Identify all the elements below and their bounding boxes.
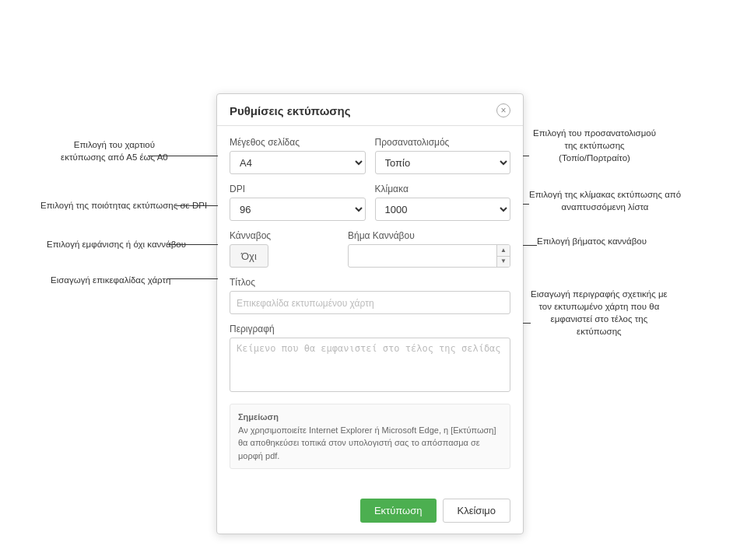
dialog-header: Ρυθμίσεις εκτύπωσης × (217, 94, 523, 126)
annotation-paper-size-line (148, 156, 218, 156)
annotation-orientation-line (523, 156, 529, 156)
annotation-description: Εισαγωγή περιγραφής σχετικής με τον εκτυ… (531, 288, 668, 338)
annotation-canvas-step: Επιλογή βήματος καννάβου (537, 235, 647, 247)
main-container: Ρυθμίσεις εκτύπωσης × Μέγεθος σελίδας Α4… (0, 0, 747, 560)
annotation-description-line (523, 323, 531, 324)
print-settings-dialog: Ρυθμίσεις εκτύπωσης × Μέγεθος σελίδας Α4… (216, 93, 524, 534)
annotation-canvas-line (167, 244, 218, 245)
annotation-title-line (167, 278, 218, 279)
page-size-select[interactable]: Α4 (230, 151, 366, 174)
step-arrows: ▲ ▼ (496, 245, 510, 267)
title-label: Τίτλος (230, 277, 510, 288)
scale-group: Κλίμακα 1000 (375, 184, 511, 221)
note-text: Αν χρησιμοποιείτε Internet Explorer ή Mi… (238, 425, 496, 460)
description-group: Περιγραφή (230, 324, 510, 394)
annotation-paper-size: Επιλογή του χαρτιού εκτύπωσης από Α5 έως… (61, 138, 168, 163)
scale-select[interactable]: 1000 (375, 198, 511, 221)
annotation-dpi-line (175, 205, 218, 206)
canvas-btn-group: Όχι (230, 244, 338, 268)
description-label: Περιγραφή (230, 324, 510, 334)
dpi-label: DPI (230, 184, 366, 194)
step-up-arrow[interactable]: ▲ (497, 245, 510, 257)
annotation-canvas-show: Επιλογή εμφάνισης ή όχι καννάβου (47, 238, 186, 250)
orientation-select[interactable]: Τοπίο (375, 151, 511, 174)
canvas-step-label: Βήμα Καννάβου (348, 230, 510, 241)
canvas-group: Κάνναβος Όχι (230, 230, 338, 268)
dpi-scale-row: DPI 96 Κλίμακα 1000 (230, 184, 510, 221)
orientation-group: Προσανατολισμός Τοπίο (375, 137, 511, 174)
description-textarea[interactable] (230, 338, 510, 392)
print-button[interactable]: Εκτύπωση (360, 499, 437, 523)
page-size-orientation-row: Μέγεθος σελίδας Α4 Προσανατολισμός Τοπίο (230, 137, 510, 174)
canvas-label: Κάνναβος (230, 230, 338, 241)
step-down-arrow[interactable]: ▼ (497, 257, 510, 268)
note-box: Σημείωση Αν χρησιμοποιείτε Internet Expl… (230, 404, 510, 469)
annotation-canvas-step-line (523, 245, 537, 246)
canvas-row: Κάνναβος Όχι Βήμα Καννάβου ▲ ▼ (230, 230, 510, 268)
canvas-step-input-wrap: ▲ ▼ (348, 244, 510, 268)
annotation-scale: Επιλογή της κλίμακας εκτύπωσης από αναπτ… (529, 188, 681, 213)
annotation-scale-line (523, 204, 529, 205)
title-group: Τίτλος (230, 277, 510, 314)
note-label: Σημείωση (238, 412, 279, 422)
close-button[interactable]: Κλείσιμο (443, 499, 511, 523)
annotation-title: Εισαγωγή επικεφαλίδας χάρτη (51, 274, 170, 286)
dialog-body: Μέγεθος σελίδας Α4 Προσανατολισμός Τοπίο… (217, 126, 523, 491)
canvas-step-group: Βήμα Καννάβου ▲ ▼ (348, 230, 510, 268)
canvas-no-button[interactable]: Όχι (230, 244, 268, 268)
page-size-group: Μέγεθος σελίδας Α4 (230, 137, 366, 174)
page-size-label: Μέγεθος σελίδας (230, 137, 366, 148)
canvas-step-input[interactable] (349, 247, 496, 266)
orientation-label: Προσανατολισμός (375, 137, 511, 148)
dpi-group: DPI 96 (230, 184, 366, 221)
close-icon[interactable]: × (496, 103, 510, 117)
dialog-footer: Εκτύπωση Κλείσιμο (217, 491, 523, 534)
dpi-select[interactable]: 96 (230, 198, 366, 221)
annotation-orientation: Επιλογή του προσανατολισμού της εκτύπωση… (533, 127, 656, 164)
dialog-title: Ρυθμίσεις εκτύπωσης (230, 104, 351, 117)
title-input[interactable] (230, 291, 510, 314)
scale-label: Κλίμακα (375, 184, 511, 194)
